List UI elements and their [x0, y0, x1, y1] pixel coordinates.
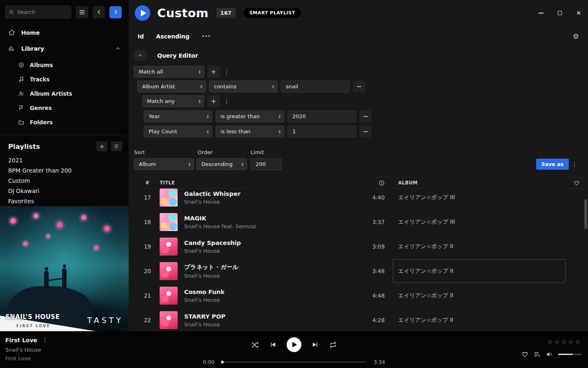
repeat-button[interactable] — [329, 341, 337, 349]
previous-button[interactable] — [269, 341, 276, 348]
queue-button[interactable] — [534, 351, 541, 358]
sidebar-item-tracks[interactable]: Tracks — [0, 72, 129, 86]
seek-handle[interactable] — [221, 361, 224, 364]
save-as-button[interactable]: Save as — [536, 159, 569, 170]
plus-icon: + — [211, 68, 216, 76]
next-button[interactable] — [312, 341, 319, 348]
limit-input[interactable] — [251, 158, 282, 170]
sidebar-item-albums[interactable]: Albums — [0, 58, 129, 72]
remove-rule-button[interactable]: − — [359, 110, 372, 122]
remove-rule-button[interactable]: − — [359, 126, 372, 137]
playlist-item-favorites[interactable]: Favorites — [0, 196, 129, 206]
table-row[interactable]: 22 STARRY POP Snail’s House 4:28 エイリアン☆ポ… — [129, 308, 588, 332]
forward-button[interactable] — [109, 6, 122, 18]
playlist-item-custom[interactable]: Custom — [0, 175, 129, 186]
column-favorite[interactable] — [565, 180, 588, 186]
play-playlist-button[interactable] — [135, 5, 150, 21]
chevron-right-icon — [113, 9, 119, 15]
group-menu-button[interactable]: ⋮ — [223, 98, 230, 105]
table-row[interactable]: 21 Cosmo Funk Snail’s House 4:48 エイリアン☆ポ… — [129, 283, 588, 308]
sidebar-item-home[interactable]: Home — [0, 25, 129, 40]
sidebar-item-folders[interactable]: Folders — [0, 115, 129, 129]
sidebar-item-label: Folders — [30, 119, 53, 126]
sidebar-item-album-artists[interactable]: Album Artists — [0, 86, 129, 101]
track-artist: Snail’s House — [184, 199, 360, 205]
sidebar-item-genres[interactable]: Genres — [0, 101, 129, 115]
rule-value-input[interactable] — [281, 81, 350, 92]
rule-operator-select[interactable]: is less than — [216, 126, 284, 137]
column-duration[interactable] — [360, 180, 385, 186]
playlist-label: DJ Okawari — [8, 188, 40, 194]
playlist-item-dj-okawari[interactable]: DJ Okawari — [0, 186, 129, 196]
playlists-title: Playlists — [8, 143, 40, 150]
add-playlist-button[interactable]: + — [96, 141, 107, 151]
column-album[interactable]: ALBUM — [385, 180, 565, 186]
track-album[interactable]: エイリアン☆ポップ II — [393, 260, 565, 283]
column-number[interactable]: # — [135, 180, 160, 186]
sort-select[interactable]: Album — [134, 158, 194, 170]
back-button[interactable] — [93, 6, 105, 18]
volume-button[interactable] — [546, 351, 553, 358]
playlist-list-button[interactable] — [111, 141, 122, 151]
sidebar-item-library[interactable]: Library — [0, 40, 129, 56]
sort-field-button[interactable]: Id — [138, 33, 144, 40]
sort-direction-button[interactable]: Ascending — [156, 33, 189, 40]
rule-value-input[interactable] — [287, 110, 356, 122]
favorite-button[interactable] — [521, 351, 528, 358]
volume-slider[interactable] — [558, 354, 582, 355]
rule-operator-select[interactable]: is greater than — [216, 110, 284, 122]
now-playing-artist[interactable]: Snail’s House — [5, 347, 49, 353]
table-row[interactable]: 19 Candy Spaceship Snail’s House 3:09 エイ… — [129, 234, 588, 259]
playlist-item-bpm[interactable]: BPM Greater than 200 — [0, 165, 129, 175]
search-input[interactable] — [17, 9, 68, 15]
maximize-button[interactable] — [550, 0, 569, 26]
sidebar-item-label: Genres — [30, 105, 52, 111]
play-pause-button[interactable] — [287, 337, 301, 352]
now-playing-album[interactable]: First Love — [5, 355, 49, 361]
remove-rule-button[interactable]: − — [353, 81, 365, 92]
table-row[interactable]: 17 Galactic Whisper Snail’s House 4:40 エ… — [129, 188, 588, 210]
rating-stars[interactable]: ☆☆☆☆☆ — [547, 339, 582, 346]
track-menu-button[interactable]: ⋮ — [41, 337, 49, 344]
gear-icon[interactable]: ⚙ — [573, 32, 579, 40]
add-rule-button[interactable]: + — [207, 66, 220, 78]
next-icon — [312, 341, 319, 348]
minimize-button[interactable] — [532, 0, 550, 26]
shuffle-button[interactable] — [251, 341, 259, 349]
album-thumbnail — [160, 287, 178, 305]
order-select[interactable]: Descending — [196, 158, 247, 170]
rule-field-select[interactable]: Album Artist — [137, 81, 206, 92]
rule-field-select[interactable]: Year — [144, 110, 212, 122]
now-playing-title[interactable]: First Love — [5, 337, 37, 343]
track-title: Candy Spaceship — [184, 240, 360, 246]
search-box[interactable] — [5, 5, 71, 19]
album-thumbnail — [160, 262, 178, 280]
scrollbar-thumb[interactable] — [584, 199, 587, 229]
match-mode-select[interactable]: Match any — [142, 95, 204, 107]
column-title[interactable]: TITLE — [160, 180, 360, 186]
table-row[interactable]: 18 MAGIK Snail’s House feat. Sennzai 3:3… — [129, 210, 588, 234]
chevron-up-icon[interactable] — [115, 46, 120, 51]
rule-value-input[interactable] — [287, 126, 356, 137]
now-playing-artwork[interactable]: SNAIL’S HOUSE FIRST LOVE TASTY — [0, 206, 129, 331]
seek-bar[interactable] — [221, 361, 367, 363]
save-menu-button[interactable]: ⋮ — [571, 161, 578, 168]
plus-icon: + — [100, 143, 105, 150]
disc-icon — [18, 62, 24, 68]
menu-button[interactable] — [76, 6, 88, 18]
match-mode-select[interactable]: Match all — [134, 66, 204, 78]
rule-field-select[interactable]: Play Count — [144, 126, 212, 137]
playlist-item-2021[interactable]: 2021 — [0, 155, 129, 165]
collapse-query-editor-button[interactable] — [134, 50, 146, 61]
table-row[interactable]: 20 プラネット・ガール Snail’s House 3:48 エイリアン☆ポッ… — [129, 259, 588, 283]
group-menu-button[interactable]: ⋮ — [223, 68, 230, 76]
select-value: Match all — [139, 69, 163, 75]
hamburger-icon — [79, 9, 85, 16]
rule-operator-select[interactable]: contains — [209, 81, 278, 92]
track-list: 17 Galactic Whisper Snail’s House 4:40 エ… — [129, 188, 588, 333]
close-button[interactable]: ✕ — [569, 0, 588, 26]
add-rule-button[interactable]: + — [207, 95, 220, 107]
sidebar-item-label: Albums — [30, 62, 53, 68]
more-options-button[interactable]: ··· — [202, 34, 211, 38]
progress-section: 0:00 3:34 — [203, 359, 385, 365]
